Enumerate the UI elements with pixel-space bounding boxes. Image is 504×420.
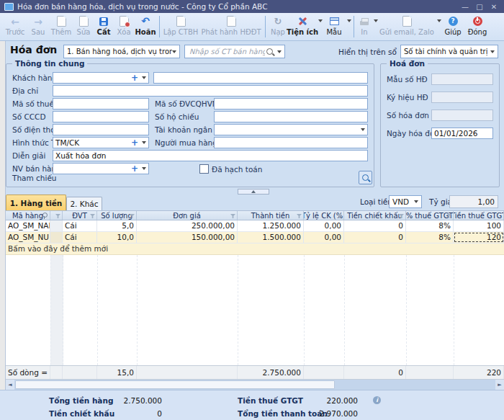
cell-blank[interactable] [50, 232, 63, 243]
column-header-don-gia[interactable]: Đơn giá [137, 211, 238, 220]
column-header-blank[interactable] [50, 211, 63, 220]
page-title: Hóa đơn [10, 44, 57, 55]
cell-thanh-tien[interactable]: 1.500.000 [238, 232, 304, 243]
cell-tien-thue-focused[interactable]: 120 [454, 232, 504, 243]
budget-code-input[interactable] [214, 98, 368, 110]
total-goods-value: 2.750.000 [97, 396, 162, 405]
help-button[interactable]: ? Giúp [441, 13, 464, 40]
grid-empty-area [6, 255, 504, 365]
column-header-dvt[interactable]: ĐVT [63, 211, 97, 220]
reference-zoom-button[interactable] [359, 171, 372, 184]
address-input[interactable] [53, 85, 368, 97]
cell-so-luong[interactable]: 5,0 [97, 220, 137, 231]
minimize-button[interactable]: — [459, 3, 471, 11]
issue-einvoice-button[interactable]: Phát hành HĐĐT [199, 13, 263, 40]
horizontal-scrollbar[interactable]: ◄ ► [6, 380, 504, 390]
pin-icon [42, 213, 48, 218]
cell-pct-thue[interactable]: 8% [406, 220, 454, 231]
filter-icon[interactable] [230, 214, 235, 218]
plus-icon[interactable]: + [131, 139, 138, 146]
general-info-group: Thông tin chung Khách hàng + Địa chỉ Mã … [6, 63, 374, 187]
maximize-button[interactable]: □ [474, 3, 485, 11]
cell-tien-ck[interactable]: 0 [344, 220, 406, 231]
next-button[interactable]: → Sau [27, 13, 49, 40]
invoice-date-input[interactable] [431, 128, 493, 139]
cell-tien-ck[interactable]: 0 [344, 232, 406, 243]
edit-button[interactable]: Sửa [73, 13, 94, 40]
payment-method-combo[interactable]: TM/CK + [53, 137, 149, 148]
table-row[interactable]: AO_SM_NAM Cái 5,0 250.000,00 1.250.000 0… [6, 220, 504, 232]
salesperson-combo[interactable]: + [53, 163, 149, 174]
passport-input[interactable] [214, 111, 368, 122]
vat-value: 220.000 [293, 396, 358, 405]
create-sales-doc-button[interactable]: Lập CTBH [162, 13, 199, 40]
cell-don-gia[interactable]: 250.000,00 [137, 220, 238, 231]
cccd-input[interactable] [53, 111, 149, 122]
filter-icon[interactable] [90, 214, 95, 218]
customer-name-input[interactable] [153, 72, 368, 84]
toolbar-separator [157, 13, 162, 40]
reload-button[interactable]: ↻ Nạp [268, 13, 288, 40]
invoice-legend: Hoá đơn [387, 59, 428, 68]
add-button[interactable]: Thêm [49, 13, 73, 40]
column-header-ma-hang[interactable]: Mã hàng [6, 211, 50, 220]
column-header-pct-thue-gtgt[interactable]: % thuế GTGT [406, 211, 454, 220]
plus-icon[interactable]: + [131, 74, 138, 81]
document-icon [176, 16, 186, 27]
customer-combo[interactable]: + [53, 72, 149, 84]
filter-icon[interactable] [55, 214, 60, 218]
summary-tien-thue: 220 [454, 366, 504, 379]
buyer-input[interactable] [214, 137, 368, 148]
cell-ty-le-ck[interactable]: 0,00 [304, 232, 344, 243]
undo-button[interactable]: ↶ Hoãn [134, 13, 157, 40]
scroll-right-button[interactable]: ► [495, 380, 504, 390]
ledger-select[interactable]: Sổ tài chính và quản trị [400, 45, 498, 58]
cell-ma-hang[interactable]: AO_SM_NU [6, 232, 50, 243]
utilities-button[interactable]: Tiện ích [288, 13, 323, 40]
posted-checkbox[interactable] [199, 164, 209, 174]
close-button[interactable]: ✕ [488, 3, 500, 11]
chevron-down-icon [142, 141, 146, 144]
tax-code-input[interactable] [53, 98, 149, 110]
print-button[interactable]: In [356, 13, 378, 40]
column-header-ty-le-ck[interactable]: Tỷ lệ CK (%) [304, 211, 344, 220]
tab-hang-tien[interactable]: 1. Hàng tiền [6, 195, 66, 210]
filter-icon[interactable] [297, 214, 302, 218]
save-button[interactable]: Cất [94, 13, 114, 40]
phone-input[interactable] [53, 124, 149, 135]
column-header-so-luong[interactable]: Số lượng [97, 211, 137, 220]
column-header-tien-chiet-khau[interactable]: Tiền chiết khấu [344, 211, 406, 220]
cell-thanh-tien[interactable]: 1.250.000 [238, 220, 304, 231]
left-collapsed-panel[interactable] [0, 41, 6, 420]
cell-dvt[interactable]: Cái [63, 232, 97, 243]
cell-don-gia[interactable]: 150.000,00 [137, 232, 238, 243]
collapse-splitter-button[interactable] [238, 189, 269, 195]
plus-icon[interactable]: + [131, 165, 138, 172]
search-input[interactable] [188, 47, 266, 56]
close-form-button[interactable]: Đóng [464, 13, 490, 40]
cell-tien-thue[interactable]: 100 [454, 220, 504, 231]
cell-ma-hang[interactable]: AO_SM_NAM [6, 220, 50, 231]
info-icon[interactable]: i [373, 396, 381, 404]
column-header-thanh-tien[interactable]: Thành tiền [238, 211, 304, 220]
template-button[interactable]: Mẫu [323, 13, 351, 40]
scrollbar-thumb[interactable] [15, 380, 335, 389]
add-new-row[interactable]: Bấm vào đây để thêm mới [6, 243, 504, 255]
send-email-zalo-button[interactable]: Gửi email, Zalo [378, 13, 441, 40]
delete-button[interactable]: Xóa [114, 13, 134, 40]
prev-button[interactable]: ← Trước [3, 13, 27, 40]
cell-pct-thue[interactable]: 8% [406, 232, 454, 243]
description-input[interactable] [53, 150, 368, 161]
column-header-tien-thue-gtgt[interactable]: Tiền thuế GTGT [454, 211, 504, 220]
cell-ty-le-ck[interactable]: 0,00 [304, 220, 344, 231]
cell-blank[interactable] [50, 220, 63, 231]
currency-select[interactable]: VND [389, 195, 422, 208]
cell-dvt[interactable]: Cái [63, 220, 97, 231]
invoice-type-select[interactable]: 1. Bán hàng hoá, dịch vụ trong nước [63, 45, 180, 58]
table-row-selected[interactable]: AO_SM_NU Cái 10,0 150.000,00 1.500.000 0… [6, 232, 504, 243]
bank-account-select[interactable] [214, 124, 368, 135]
currency-label: Loại tiền [360, 197, 392, 206]
scroll-left-button[interactable]: ◄ [6, 380, 14, 390]
tab-khac[interactable]: 2. Khác [66, 197, 102, 210]
cell-so-luong[interactable]: 10,0 [97, 232, 137, 243]
